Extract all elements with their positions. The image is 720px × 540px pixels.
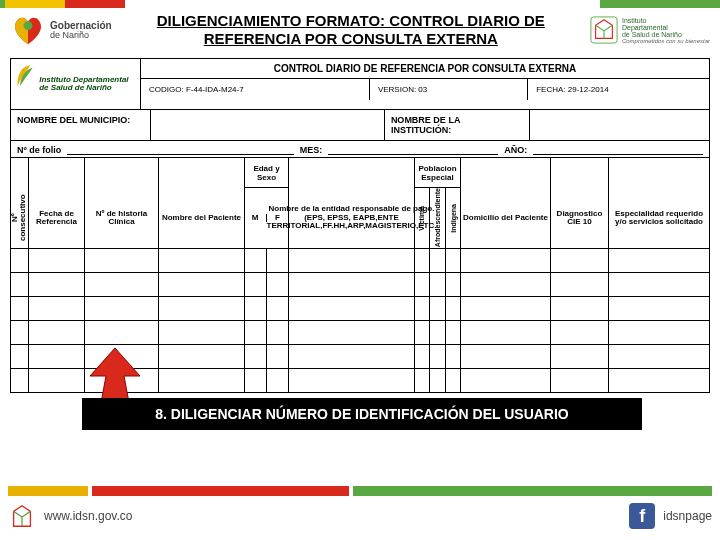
col-poblacion: Poblacion Especial	[415, 158, 461, 188]
form-table: Instituto Departamental de Salud de Nari…	[10, 58, 710, 393]
col-edad-sexo: Edad y Sexo	[245, 158, 289, 188]
codigo-cell: CODIGO: F-44-IDA-M24-7	[141, 79, 370, 100]
fecha-cell: FECHA: 29-12-2014	[528, 79, 709, 100]
ano-label: AÑO:	[504, 145, 527, 155]
form-logo-cell: Instituto Departamental de Salud de Nari…	[11, 59, 141, 109]
instituto-logo: Instituto Departamental de Salud de Nari…	[590, 16, 710, 44]
top-stripe	[0, 0, 720, 8]
folio-value	[67, 145, 293, 155]
table-row	[11, 320, 709, 344]
col-paciente: Nombre del Paciente	[159, 188, 245, 248]
col-domicilio: Domicilio del Paciente	[461, 188, 551, 248]
instruction-callout: 8. DILIGENCIAR NÚMERO DE IDENTIFICACIÓN …	[82, 398, 642, 430]
header: Gobernación de Nariño DILIGENCIAMIENTO F…	[0, 8, 720, 54]
footer: www.idsn.gov.co f idsnpage	[0, 486, 720, 540]
version-cell: VERSION: 03	[370, 79, 528, 100]
table-row	[11, 296, 709, 320]
footer-cube-icon	[8, 502, 36, 530]
form-title: CONTROL DIARIO DE REFERENCIA POR CONSULT…	[141, 59, 709, 79]
municipio-label: NOMBRE DEL MUNICIPIO:	[11, 110, 151, 140]
col-entidad: Nombre de la entidad responsable de pago…	[289, 188, 415, 248]
municipio-value	[151, 110, 385, 140]
col-cie: Diagnostico CIE 10	[551, 188, 609, 248]
col-fecha-ref: Fecha de Referencia	[29, 188, 85, 248]
col-m: M	[245, 214, 267, 222]
form-logo-text: Instituto Departamental de Salud de Nari…	[39, 76, 136, 93]
page-title: DILIGENCIAMIENTO FORMATO: CONTROL DIARIO…	[120, 12, 582, 48]
mes-label: MES:	[300, 145, 323, 155]
gob-sub: de Nariño	[50, 30, 89, 40]
folio-label: Nº de folio	[17, 145, 61, 155]
inst-l3: de Salud de Nariño	[622, 31, 710, 38]
inst-l2: Departamental	[622, 24, 710, 31]
facebook-icon: f	[629, 503, 655, 529]
table-row	[11, 248, 709, 272]
heart-icon	[10, 14, 46, 46]
institucion-label: NOMBRE DE LA INSTITUCIÓN:	[385, 110, 530, 140]
footer-url: www.idsn.gov.co	[44, 509, 132, 523]
institucion-value	[530, 110, 709, 140]
svg-point-0	[24, 21, 33, 30]
col-victima: Victima	[418, 206, 425, 231]
mes-value	[328, 145, 498, 155]
svg-rect-1	[591, 17, 617, 43]
col-especialidad: Especialidad requerido y/o servicios sol…	[609, 188, 709, 248]
ano-value	[533, 145, 703, 155]
leaf-icon	[15, 63, 36, 105]
inst-l1: Instituto	[622, 17, 710, 24]
footer-fb: idsnpage	[663, 509, 712, 523]
col-afro: Afrodescendiente	[434, 188, 441, 247]
table-row	[11, 272, 709, 296]
cube-icon	[590, 16, 618, 44]
gobernacion-logo: Gobernación de Nariño	[10, 14, 112, 46]
inst-tag: Comprometidos con su bienestar	[622, 38, 710, 44]
col-indigena: Indigena	[450, 204, 457, 233]
col-historia: Nº de historia Clínica	[85, 188, 159, 248]
col-consecutivo: Nº consecutivo	[11, 190, 28, 246]
